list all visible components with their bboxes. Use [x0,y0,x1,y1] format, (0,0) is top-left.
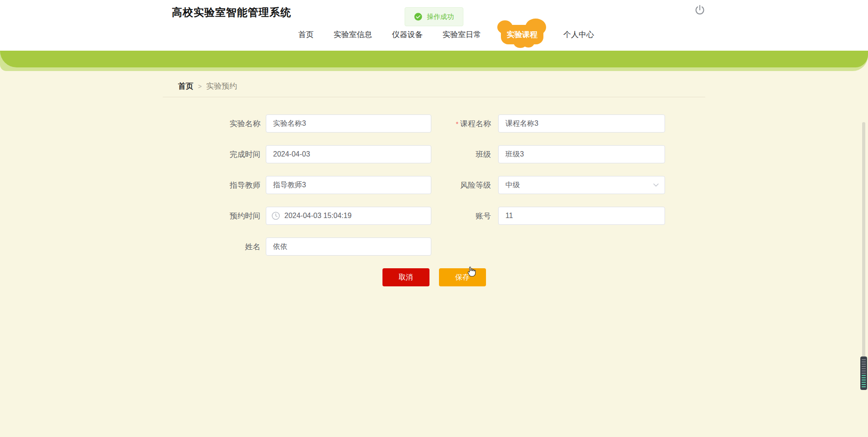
success-toast: 操作成功 [405,7,463,26]
nav-item-lab-daily[interactable]: 实验室日常 [443,29,481,40]
name-label: 姓名 [163,242,263,252]
finish-time-fieldbox [266,145,431,163]
advisor-input[interactable] [266,176,431,194]
banner-stripe-dark [0,51,868,67]
account-label: 账号 [431,211,495,221]
course-name-fieldbox [498,114,665,133]
account-input[interactable] [498,207,665,225]
toast-message: 操作成功 [427,13,454,21]
reserve-time-fieldbox[interactable] [266,207,431,225]
nav-item-personal-center[interactable]: 个人中心 [563,29,594,40]
app-title: 高校实验室智能管理系统 [172,5,291,19]
name-fieldbox [266,238,431,256]
reservation-form: 实验名称 *课程名称 完成时间 班级 指导教师 [163,114,705,286]
save-button[interactable]: 保存 [439,268,486,286]
logout-power-button[interactable] [693,4,706,16]
nav-item-equipment[interactable]: 仪器设备 [392,29,423,40]
breadcrumb: 首页 > 实验预约 [163,71,705,97]
nav-item-lab-course-active[interactable]: 实验课程 [501,25,543,44]
reserve-time-input[interactable] [266,207,431,225]
advisor-fieldbox [266,176,431,194]
risk-level-label: 风险等级 [431,180,495,190]
scrollbar-track[interactable] [862,122,865,390]
risk-level-select[interactable] [498,176,665,194]
form-actions: 取消 保存 [163,268,705,286]
power-icon [693,4,706,16]
check-circle-icon [414,13,422,21]
finish-time-label: 完成时间 [163,149,263,160]
mouse-cursor-pointer [466,266,476,278]
nav-item-lab-info[interactable]: 实验室信息 [334,29,372,40]
finish-time-input[interactable] [266,145,431,163]
nav-item-home[interactable]: 首页 [298,29,314,40]
class-fieldbox [498,145,665,163]
nav-item-label: 实验课程 [507,30,538,39]
course-name-input[interactable] [498,114,665,133]
experiment-name-label: 实验名称 [163,119,263,129]
scrollbar-thumb[interactable] [860,356,867,390]
main-nav: 首页 实验室信息 仪器设备 实验室日常 实验课程 个人中心 [298,24,594,44]
form-row: 预约时间 账号 [163,207,705,225]
form-row: 指导教师 风险等级 [163,176,705,194]
cancel-button[interactable]: 取消 [382,268,429,286]
form-row: 实验名称 *课程名称 [163,114,705,133]
advisor-label: 指导教师 [163,180,263,190]
breadcrumb-home-link[interactable]: 首页 [178,81,193,91]
form-row: 姓名 [163,238,705,256]
experiment-name-input[interactable] [266,114,431,133]
required-asterisk: * [456,120,458,128]
main-content: 首页 > 实验预约 实验名称 *课程名称 完成时间 班级 [163,71,705,286]
risk-level-value[interactable] [498,176,665,194]
class-input[interactable] [498,145,665,163]
account-fieldbox [498,207,665,225]
form-row: 完成时间 班级 [163,145,705,163]
breadcrumb-divider [163,97,705,97]
experiment-name-fieldbox [266,114,431,133]
course-name-label: *课程名称 [431,119,495,129]
name-input[interactable] [266,238,431,256]
breadcrumb-current: 实验预约 [206,81,237,91]
reserve-time-label: 预约时间 [163,211,263,221]
class-label: 班级 [431,149,495,160]
breadcrumb-separator: > [198,83,202,90]
